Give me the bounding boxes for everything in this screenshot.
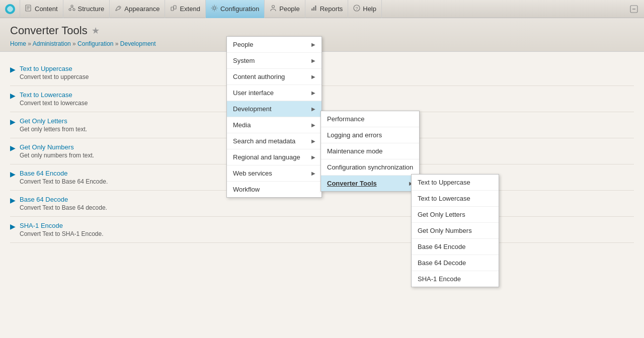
submenu-arrow-icon: ▶ (311, 74, 315, 79)
breadcrumb: Home » Administration » Configuration » … (10, 40, 634, 47)
page-content: Converter Tools ★ Home » Administration … (0, 18, 644, 338)
menu-l1-item[interactable]: Web services ▶ (227, 165, 321, 182)
breadcrumb-home[interactable]: Home (10, 40, 26, 47)
menu-l2-label: Maintenance mode (327, 147, 383, 155)
tool-name[interactable]: SHA-1 Encode (20, 222, 104, 229)
tool-link[interactable]: SHA-1 Encode (20, 222, 63, 229)
favorite-star[interactable]: ★ (92, 25, 100, 36)
tool-link[interactable]: Text to Uppercase (20, 65, 72, 72)
menu-l2-item[interactable]: Performance (321, 111, 419, 127)
menu-l2-item[interactable]: Converter Tools ▶ (321, 176, 419, 191)
svg-rect-11 (171, 7, 174, 11)
svg-rect-12 (174, 6, 176, 9)
tool-link[interactable]: Get Only Letters (20, 117, 67, 125)
menu-l3-item[interactable]: Text to Uppercase (412, 175, 499, 191)
menu-l2-item[interactable]: Maintenance mode (321, 143, 419, 159)
tool-link[interactable]: Base 64 Encode (20, 170, 67, 177)
svg-point-14 (272, 6, 275, 8)
tool-desc: Convert text to lowercase (20, 100, 88, 107)
tool-name[interactable]: Base 64 Decode (20, 196, 107, 203)
menu-l1-label: System (233, 57, 255, 64)
breadcrumb-development[interactable]: Development (120, 40, 156, 47)
menu-l3-item[interactable]: Base 64 Encode (412, 239, 499, 255)
tool-name[interactable]: Base 64 Encode (20, 170, 108, 177)
menu-l1-label: Search and metadata (233, 137, 295, 145)
menu-l3-item[interactable]: Get Only Letters (412, 207, 499, 223)
tool-item: ▶ SHA-1 Encode Convert Text to SHA-1 Enc… (10, 217, 634, 243)
nav-item-structure[interactable]: Structure (63, 0, 110, 18)
tool-info: Text to Lowercase Convert text to lowerc… (20, 91, 88, 107)
menu-l1-item[interactable]: User interface ▶ (227, 85, 321, 101)
nav-item-reports[interactable]: Reports (305, 0, 349, 18)
tool-name[interactable]: Get Only Numbers (20, 143, 94, 151)
menu-l1-item[interactable]: Content authoring ▶ (227, 69, 321, 85)
menu-l1-label: Regional and language (233, 153, 300, 161)
menu-l3-item[interactable]: Base 64 Decode (412, 255, 499, 271)
nav-right-area[interactable] (626, 0, 642, 18)
tool-info: SHA-1 Encode Convert Text to SHA-1 Encod… (20, 222, 104, 237)
svg-line-8 (70, 7, 72, 9)
menu-l1-item[interactable]: Workflow (227, 182, 321, 197)
nav-item-appearance[interactable]: Appearance (109, 0, 165, 18)
tool-desc: Convert Text to SHA-1 Encode. (20, 230, 104, 237)
tool-arrow-icon: ▶ (10, 222, 16, 230)
menu-l1-item[interactable]: Media ▶ (227, 117, 321, 133)
top-navigation: Content Structure Appearance Extend Conf… (0, 0, 644, 18)
extend-icon (170, 5, 177, 13)
svg-rect-17 (315, 6, 316, 11)
tool-arrow-icon: ▶ (10, 65, 16, 73)
menu-l1-item[interactable]: People ▶ (227, 37, 321, 53)
help-icon: ? (353, 5, 360, 13)
site-logo[interactable] (2, 1, 18, 17)
menu-l1-item[interactable]: Regional and language ▶ (227, 149, 321, 165)
menu-l3-item[interactable]: SHA-1 Encode (412, 271, 499, 287)
menu-l1-item[interactable]: Search and metadata ▶ (227, 133, 321, 149)
breadcrumb-admin[interactable]: Administration (33, 40, 71, 47)
people-icon (270, 5, 277, 13)
nav-item-extend[interactable]: Extend (165, 0, 205, 18)
nav-item-configuration[interactable]: Configuration (205, 0, 265, 18)
nav-item-people[interactable]: People (264, 0, 305, 18)
content-icon (25, 5, 32, 13)
tool-desc: Get only numbers from text. (20, 152, 94, 159)
menu-l1-item[interactable]: Development ▶ (227, 101, 321, 117)
menu-l2-item[interactable]: Logging and errors (321, 127, 419, 143)
menu-l3-label: Text to Lowercase (418, 195, 470, 202)
tool-info: Base 64 Decode Convert Text to Base 64 d… (20, 196, 107, 211)
svg-rect-15 (311, 9, 313, 11)
menu-l3-label: Base 64 Decode (418, 259, 466, 267)
tool-info: Text to Uppercase Convert text to upperc… (20, 65, 89, 80)
tool-info: Base 64 Encode Convert Text to Base 64 E… (20, 170, 108, 185)
nav-item-help[interactable]: ? Help (348, 0, 382, 18)
tool-link[interactable]: Get Only Numbers (20, 143, 74, 151)
tool-info: Get Only Numbers Get only numbers from t… (20, 143, 94, 159)
tool-info: Get Only Letters Get only letters from t… (20, 117, 87, 133)
svg-point-10 (119, 7, 120, 8)
tool-name[interactable]: Get Only Letters (20, 117, 87, 125)
menu-l1-item[interactable]: System ▶ (227, 53, 321, 69)
submenu-arrow-icon: ▶ (311, 42, 315, 47)
menu-l1-label: Media (233, 121, 251, 129)
converter-tools-submenu: Text to Uppercase Text to Lowercase Get … (411, 174, 499, 287)
tool-desc: Convert Text to Base 64 Encode. (20, 178, 108, 185)
svg-point-6 (69, 9, 71, 11)
tool-desc: Convert Text to Base 64 decode. (20, 204, 107, 211)
menu-l3-item[interactable]: Text to Lowercase (412, 191, 499, 207)
menu-l2-label: Performance (327, 115, 364, 123)
nav-label-extend: Extend (180, 5, 200, 13)
breadcrumb-config[interactable]: Configuration (77, 40, 113, 47)
menu-l1-label: Content authoring (233, 73, 285, 80)
tool-name[interactable]: Text to Lowercase (20, 91, 88, 99)
tool-desc: Convert text to uppercase (20, 73, 89, 80)
nav-label-content: Content (35, 5, 58, 13)
submenu-arrow-icon: ▶ (311, 171, 315, 176)
menu-l3-item[interactable]: Get Only Numbers (412, 223, 499, 239)
nav-item-content[interactable]: Content (20, 0, 63, 18)
structure-icon (68, 5, 75, 13)
tool-name[interactable]: Text to Uppercase (20, 65, 89, 72)
tool-arrow-icon: ▶ (10, 144, 16, 152)
menu-l2-item[interactable]: Configuration synchronization (321, 159, 419, 176)
svg-point-7 (73, 9, 75, 11)
tool-link[interactable]: Base 64 Decode (20, 196, 68, 203)
tool-link[interactable]: Text to Lowercase (20, 91, 72, 99)
